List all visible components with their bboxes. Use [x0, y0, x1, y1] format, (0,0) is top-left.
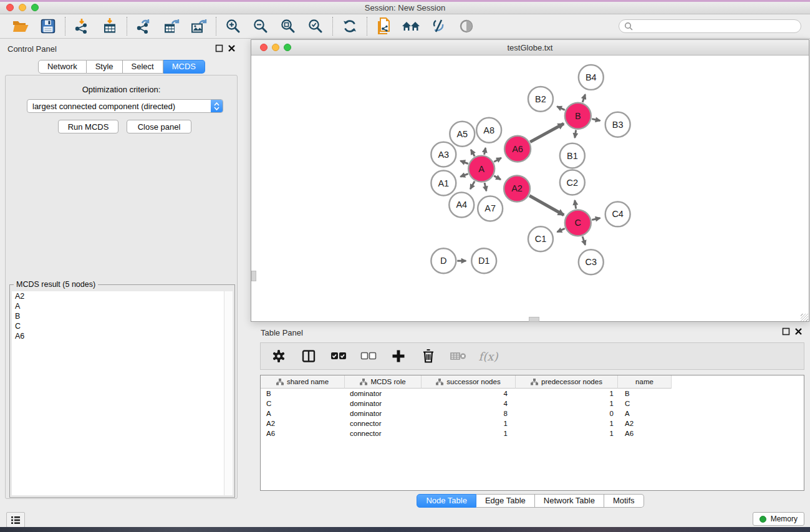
- tab-edge-table[interactable]: Edge Table: [476, 494, 535, 508]
- network-overview-button[interactable]: [374, 16, 394, 36]
- zoom-out-button[interactable]: [251, 16, 271, 36]
- save-session-button[interactable]: [38, 16, 58, 36]
- hide-details-button[interactable]: [429, 16, 449, 36]
- export-table-button[interactable]: [162, 16, 181, 36]
- graph-edge-A-A8[interactable]: [485, 148, 486, 155]
- graph-edge-C-C2[interactable]: [575, 200, 576, 208]
- deselect-checkboxes-icon[interactable]: [360, 348, 377, 364]
- table-cell[interactable]: C: [618, 400, 672, 407]
- run-mcds-button[interactable]: Run MCDS: [58, 120, 118, 133]
- table-row[interactable]: Bdominator41B: [261, 389, 804, 399]
- apply-layout-button[interactable]: [340, 16, 360, 36]
- table-cell[interactable]: A6: [261, 430, 345, 437]
- table-cell[interactable]: 1: [516, 390, 618, 397]
- graph-edge-A2-C[interactable]: [529, 196, 564, 215]
- table-cell[interactable]: connector: [345, 430, 422, 437]
- import-table-button[interactable]: [100, 16, 120, 36]
- network-window-titlebar[interactable]: testGlobe.txt: [251, 40, 809, 56]
- tab-motifs[interactable]: Motifs: [604, 494, 644, 508]
- graph-edge-C-C4[interactable]: [592, 218, 600, 220]
- table-cell[interactable]: 0: [516, 410, 618, 417]
- result-item[interactable]: A6: [12, 331, 224, 341]
- graph-edge-A-A4[interactable]: [470, 181, 475, 189]
- table-cell[interactable]: A2: [261, 420, 345, 427]
- graph-edge-B-B3[interactable]: [592, 119, 600, 121]
- table-cell[interactable]: dominator: [345, 390, 422, 397]
- graph-edge-A-A3[interactable]: [460, 161, 468, 164]
- criterion-dropdown[interactable]: largest connected component (directed): [27, 99, 223, 113]
- node-table[interactable]: shared nameMCDS rolesuccessor nodesprede…: [260, 375, 804, 491]
- graph-edge-A6-B[interactable]: [530, 123, 564, 142]
- column-header-shared-name[interactable]: shared name: [261, 375, 345, 389]
- table-cell[interactable]: B: [618, 390, 672, 397]
- table-cell[interactable]: 4: [422, 390, 516, 397]
- float-panel-icon[interactable]: [215, 44, 223, 52]
- table-row[interactable]: Adominator80A: [261, 409, 804, 418]
- graph-edge-C-C3[interactable]: [582, 236, 585, 245]
- export-network-button[interactable]: [134, 16, 154, 36]
- table-cell[interactable]: B: [261, 390, 345, 397]
- home-button[interactable]: [402, 16, 422, 36]
- tab-mcds[interactable]: MCDS: [163, 60, 205, 74]
- resize-grip[interactable]: [801, 314, 808, 321]
- table-row[interactable]: A6connector11A6: [261, 428, 804, 438]
- table-cell[interactable]: 1: [422, 430, 516, 437]
- table-cell[interactable]: 8: [422, 410, 516, 417]
- close-panel-icon[interactable]: [228, 44, 236, 52]
- result-item[interactable]: C: [12, 321, 224, 331]
- memory-button[interactable]: Memory: [753, 512, 804, 526]
- graph-edge-A-A7[interactable]: [485, 183, 486, 191]
- zoom-selected-button[interactable]: [306, 16, 325, 36]
- table-cell[interactable]: 1: [516, 400, 618, 407]
- show-graphics-button[interactable]: [456, 16, 476, 36]
- search-box[interactable]: [619, 19, 801, 33]
- import-network-button[interactable]: [72, 16, 92, 36]
- graph-edge-A-A6[interactable]: [494, 158, 501, 162]
- result-item[interactable]: A2: [12, 291, 224, 301]
- table-cell[interactable]: A: [261, 410, 345, 417]
- gear-icon[interactable]: [271, 348, 287, 364]
- delete-table-icon[interactable]: [450, 348, 466, 364]
- export-image-button[interactable]: [189, 16, 209, 36]
- task-history-button[interactable]: [6, 512, 25, 528]
- graph-edge-A-A2[interactable]: [494, 176, 501, 180]
- graph-edge-B-B4[interactable]: [582, 94, 585, 102]
- graph-edge-A-A1[interactable]: [460, 174, 468, 177]
- select-all-checkboxes-icon[interactable]: [330, 348, 347, 364]
- zoom-fit-button[interactable]: [278, 16, 298, 36]
- graph-edge-B-B2[interactable]: [557, 107, 565, 110]
- tab-network-table[interactable]: Network Table: [535, 494, 604, 508]
- graph-edge-C-C1[interactable]: [557, 228, 564, 231]
- tab-network[interactable]: Network: [38, 60, 87, 74]
- result-item[interactable]: A: [12, 301, 224, 311]
- table-cell[interactable]: 1: [422, 420, 516, 427]
- table-cell[interactable]: C: [261, 400, 345, 407]
- result-scrollbar[interactable]: [224, 291, 233, 495]
- column-header-predecessor-nodes[interactable]: predecessor nodes: [516, 375, 618, 389]
- split-columns-icon[interactable]: [301, 348, 317, 364]
- table-cell[interactable]: 1: [516, 420, 618, 427]
- zoom-in-button[interactable]: [223, 16, 243, 36]
- function-builder-icon[interactable]: f(x): [480, 348, 496, 364]
- graph-edge-A-A5[interactable]: [471, 150, 475, 156]
- tab-node-table[interactable]: Node Table: [417, 494, 476, 508]
- table-cell[interactable]: dominator: [345, 410, 422, 417]
- table-cell[interactable]: A2: [618, 420, 672, 427]
- add-column-icon[interactable]: [390, 348, 407, 364]
- column-header-MCDS-role[interactable]: MCDS role: [345, 375, 422, 389]
- close-panel-icon[interactable]: [794, 327, 803, 336]
- delete-icon[interactable]: [420, 348, 436, 364]
- close-panel-button[interactable]: Close panel: [127, 120, 191, 133]
- column-header-name[interactable]: name: [618, 375, 672, 389]
- table-row[interactable]: A2connector11A2: [261, 418, 804, 428]
- graph-edge-B-B1[interactable]: [575, 130, 576, 138]
- table-cell[interactable]: A: [618, 410, 672, 417]
- table-cell[interactable]: A6: [618, 430, 672, 437]
- table-cell[interactable]: 1: [516, 430, 618, 437]
- column-header-successor-nodes[interactable]: successor nodes: [422, 375, 516, 389]
- open-session-button[interactable]: [11, 16, 31, 36]
- result-item[interactable]: B: [12, 311, 224, 321]
- table-cell[interactable]: 4: [422, 400, 516, 407]
- table-cell[interactable]: connector: [345, 420, 422, 427]
- tab-select[interactable]: Select: [123, 60, 163, 74]
